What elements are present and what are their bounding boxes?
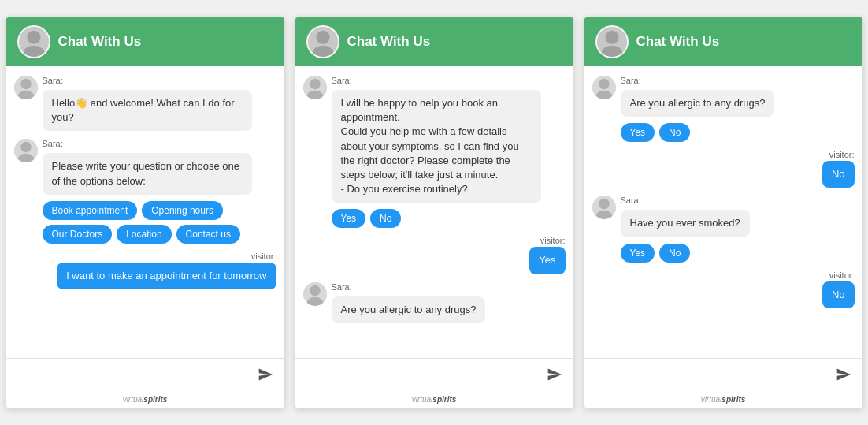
svg-point-4 bbox=[20, 79, 32, 90]
chat-branding: virtualspirits bbox=[295, 393, 573, 408]
chat-widget-1: Chat With Us Sara:Hello👋 and welcome! Wh… bbox=[6, 17, 285, 408]
bot-bubble: Have you ever smoked? bbox=[621, 210, 750, 237]
bot-bubble: Hello👋 and welcome! What can I do for yo… bbox=[43, 90, 252, 131]
send-button[interactable] bbox=[256, 365, 275, 386]
chat-widgets-container: Chat With Us Sara:Hello👋 and welcome! Wh… bbox=[6, 17, 863, 408]
svg-point-10 bbox=[316, 31, 329, 44]
visitor-bubble: No bbox=[822, 161, 855, 188]
bot-message-content: Sara:Are you allergic to any drugs?YesNo bbox=[621, 76, 775, 142]
visitor-message-row: visitor:No bbox=[592, 270, 855, 308]
quick-reply-row: Book appointmentOpening hoursOur Doctors… bbox=[43, 201, 252, 244]
bot-message-row: Sara:Please write your question or choos… bbox=[14, 139, 276, 243]
bot-message-content: Sara:Please write your question or choos… bbox=[43, 139, 252, 243]
bot-message-content: Sara:Have you ever smoked?YesNo bbox=[621, 196, 750, 262]
chat-header: Chat With Us bbox=[584, 17, 862, 66]
chat-input[interactable] bbox=[594, 370, 828, 382]
send-button[interactable] bbox=[545, 365, 564, 386]
svg-point-19 bbox=[605, 31, 618, 44]
svg-point-16 bbox=[310, 285, 321, 296]
chat-footer bbox=[6, 358, 284, 393]
bot-sender-label: Sara: bbox=[43, 76, 252, 85]
visitor-message-row: visitor:No bbox=[592, 150, 855, 188]
bot-avatar bbox=[14, 76, 38, 99]
bot-message-row: Sara:Are you allergic to any drugs? bbox=[303, 282, 566, 323]
quick-reply-button[interactable]: Yes bbox=[621, 123, 655, 142]
quick-reply-button[interactable]: No bbox=[659, 123, 690, 142]
quick-reply-button[interactable]: No bbox=[370, 209, 401, 228]
chat-branding: virtualspirits bbox=[6, 393, 284, 408]
bot-message-content: Sara:Are you allergic to any drugs? bbox=[332, 282, 486, 323]
quick-reply-button[interactable]: Location bbox=[117, 225, 171, 244]
bot-message-content: Sara:Hello👋 and welcome! What can I do f… bbox=[43, 76, 252, 131]
bot-avatar bbox=[303, 282, 327, 306]
chat-body: Sara:Are you allergic to any drugs?YesNo… bbox=[584, 66, 862, 358]
chat-widget-2: Chat With Us Sara:I will be happy to hel… bbox=[295, 17, 574, 408]
chat-input[interactable] bbox=[16, 370, 250, 382]
bot-sender-label: Sara: bbox=[332, 282, 486, 292]
bot-sender-label: Sara: bbox=[332, 76, 541, 85]
bot-bubble: Please write your question or choose one… bbox=[43, 153, 252, 194]
quick-reply-button[interactable]: Our Doctors bbox=[43, 225, 113, 244]
bot-message-row: Sara:Hello👋 and welcome! What can I do f… bbox=[14, 76, 276, 131]
bot-bubble: I will be happy to help you book an appo… bbox=[332, 90, 541, 203]
quick-reply-button[interactable]: Yes bbox=[332, 209, 366, 228]
visitor-message-row: visitor:Yes bbox=[303, 236, 566, 274]
bot-message-content: Sara:I will be happy to help you book an… bbox=[332, 76, 541, 228]
chat-header-title: Chat With Us bbox=[636, 34, 720, 50]
bot-avatar bbox=[14, 139, 38, 162]
branding-text: virtualspirits bbox=[123, 395, 168, 404]
bot-avatar bbox=[303, 76, 327, 99]
header-avatar bbox=[306, 25, 339, 58]
quick-reply-button[interactable]: Book appointment bbox=[43, 201, 138, 220]
chat-header-title: Chat With Us bbox=[347, 34, 431, 50]
bot-bubble: Are you allergic to any drugs? bbox=[621, 90, 775, 117]
chat-header-title: Chat With Us bbox=[58, 34, 142, 50]
visitor-label: visitor: bbox=[540, 236, 566, 245]
visitor-bubble: No bbox=[822, 281, 855, 308]
chat-header: Chat With Us bbox=[295, 17, 573, 66]
quick-reply-row: YesNo bbox=[332, 209, 541, 228]
quick-reply-button[interactable]: No bbox=[659, 244, 690, 263]
chat-body: Sara:I will be happy to help you book an… bbox=[295, 66, 573, 358]
visitor-bubble: Yes bbox=[529, 247, 565, 274]
bot-bubble: Are you allergic to any drugs? bbox=[332, 296, 486, 323]
bot-sender-label: Sara: bbox=[43, 139, 252, 148]
visitor-label: visitor: bbox=[829, 150, 855, 159]
chat-widget-3: Chat With Us Sara:Are you allergic to an… bbox=[584, 17, 863, 408]
quick-reply-row: YesNo bbox=[621, 123, 775, 142]
bot-message-row: Sara:I will be happy to help you book an… bbox=[303, 76, 566, 228]
bot-sender-label: Sara: bbox=[621, 76, 775, 85]
chat-header: Chat With Us bbox=[6, 17, 284, 66]
svg-point-13 bbox=[310, 79, 321, 90]
bot-avatar bbox=[592, 196, 616, 219]
header-avatar bbox=[595, 25, 629, 58]
visitor-message-row: visitor:I want to make an appointment fo… bbox=[14, 252, 276, 289]
svg-point-7 bbox=[20, 142, 32, 153]
chat-footer bbox=[295, 358, 573, 393]
quick-reply-button[interactable]: Opening hours bbox=[142, 201, 223, 220]
quick-reply-button[interactable]: Contact us bbox=[176, 225, 240, 244]
bot-sender-label: Sara: bbox=[621, 196, 750, 205]
svg-point-1 bbox=[27, 31, 40, 44]
chat-footer bbox=[584, 358, 862, 393]
chat-input[interactable] bbox=[305, 370, 539, 382]
visitor-label: visitor: bbox=[829, 270, 855, 280]
bot-message-row: Sara:Are you allergic to any drugs?YesNo bbox=[592, 76, 855, 142]
bot-message-row: Sara:Have you ever smoked?YesNo bbox=[592, 196, 855, 262]
svg-point-22 bbox=[599, 79, 610, 90]
bot-avatar bbox=[592, 76, 616, 99]
visitor-label: visitor: bbox=[251, 252, 276, 261]
branding-text: virtualspirits bbox=[701, 395, 746, 404]
chat-body: Sara:Hello👋 and welcome! What can I do f… bbox=[6, 66, 284, 358]
header-avatar bbox=[17, 25, 50, 58]
quick-reply-button[interactable]: Yes bbox=[621, 244, 655, 263]
branding-text: virtualspirits bbox=[412, 395, 457, 404]
svg-point-25 bbox=[599, 199, 610, 210]
visitor-bubble: I want to make an appointment for tomorr… bbox=[57, 263, 276, 289]
quick-reply-row: YesNo bbox=[621, 244, 750, 263]
chat-branding: virtualspirits bbox=[584, 393, 862, 408]
send-button[interactable] bbox=[834, 365, 853, 386]
